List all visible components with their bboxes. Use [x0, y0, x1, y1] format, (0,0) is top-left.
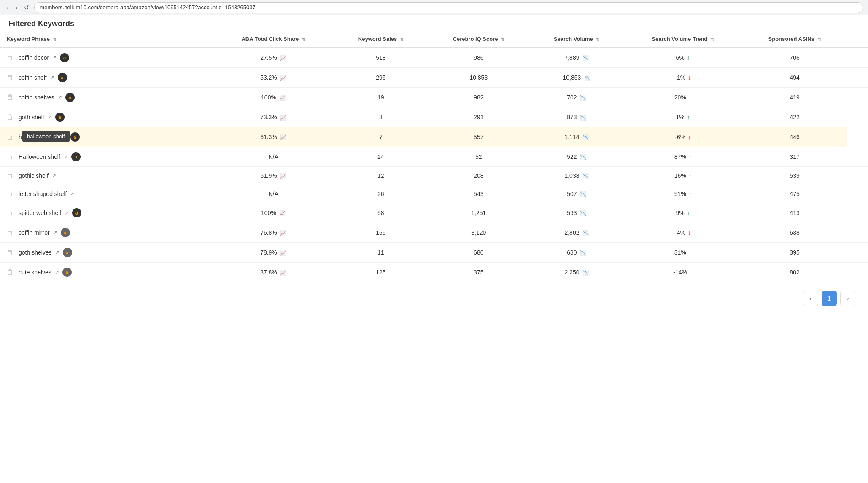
iq-cell-4: 557 [427, 127, 530, 147]
keywords-table: Keyword Phrase ⇅ ABA Total Click Share ⇅… [0, 31, 868, 282]
external-link-icon-11[interactable]: ↗ [55, 269, 59, 275]
delete-icon-2[interactable]: 🗑 [7, 94, 15, 101]
trend-arrow-1: ↓ [686, 74, 691, 81]
delete-icon-6[interactable]: 🗑 [7, 172, 15, 180]
aba-cell-2: 100% 📈 [213, 88, 334, 107]
back-button[interactable]: ‹ [5, 3, 11, 12]
sv-chart-icon-7[interactable]: 📉 [579, 191, 586, 197]
external-link-icon-8[interactable]: ↗ [65, 210, 69, 216]
keyword-cell-9: 🗑coffin mirror↗a [0, 223, 213, 243]
sv-chart-icon-5[interactable]: 📉 [579, 154, 586, 160]
forward-button[interactable]: › [14, 3, 19, 12]
amazon-badge-5[interactable]: a [71, 152, 81, 161]
amazon-badge-1[interactable]: a [58, 73, 67, 82]
delete-icon-9[interactable]: 🗑 [7, 229, 15, 236]
next-page-button[interactable]: › [840, 291, 855, 306]
trend-arrow-6: ↑ [687, 172, 692, 179]
amazon-badge-8[interactable]: a [72, 208, 81, 217]
delete-icon-8[interactable]: 🗑 [7, 209, 15, 217]
keyword-cell-0: 🗑coffin decor↗a [0, 48, 213, 68]
aba-chart-icon-9[interactable]: 📈 [279, 230, 286, 236]
col-sv-trend[interactable]: Search Volume Trend ⇅ [623, 31, 743, 48]
aba-chart-icon-0[interactable]: 📈 [279, 55, 286, 61]
external-link-icon-7[interactable]: ↗ [70, 191, 74, 197]
aba-cell-4: 61.3% 📈 [213, 127, 334, 147]
sv-chart-icon-1[interactable]: 📉 [582, 75, 590, 81]
aba-cell-11: 37.8% 📈 [213, 263, 334, 282]
sv-chart-icon-11[interactable]: 📉 [581, 270, 588, 276]
amazon-badge-2[interactable]: a [65, 93, 75, 102]
iq-cell-5: 52 [427, 147, 530, 167]
aba-chart-icon-2[interactable]: 📈 [278, 95, 286, 101]
keyword-text-0: coffin decor [19, 54, 49, 61]
delete-icon-3[interactable]: 🗑 [7, 113, 15, 121]
page-1-button[interactable]: 1 [822, 291, 837, 306]
delete-icon-0[interactable]: 🗑 [7, 54, 15, 62]
pagination: ‹ 1 › [0, 282, 868, 314]
sv-chart-icon-2[interactable]: 📉 [579, 95, 586, 101]
external-link-icon-4[interactable]: ↗ [63, 134, 67, 140]
delete-icon-4[interactable]: 🗑 [7, 133, 15, 141]
delete-icon-11[interactable]: 🗑 [7, 268, 15, 276]
aba-chart-icon-10[interactable]: 📈 [279, 250, 286, 256]
external-link-icon-1[interactable]: ↗ [50, 75, 54, 80]
external-link-icon-6[interactable]: ↗ [52, 173, 56, 179]
sales-cell-1: 295 [334, 68, 428, 88]
col-aba-click-share[interactable]: ABA Total Click Share ⇅ [213, 31, 334, 48]
amazon-badge-4[interactable]: a [70, 132, 80, 142]
sv-chart-icon-4[interactable]: 📉 [581, 134, 588, 140]
sv-chart-icon-6[interactable]: 📉 [581, 173, 588, 179]
external-link-icon-9[interactable]: ↗ [53, 230, 57, 236]
trend-arrow-0: ↑ [685, 54, 690, 61]
col-keyword[interactable]: Keyword Phrase ⇅ [0, 31, 213, 48]
url-bar[interactable] [34, 2, 863, 13]
delete-icon-10[interactable]: 🗑 [7, 249, 15, 256]
iq-cell-0: 986 [427, 48, 530, 68]
col-cerebro-iq[interactable]: Cerebro IQ Score ⇅ [427, 31, 530, 48]
sv-chart-icon-0[interactable]: 📉 [581, 55, 588, 61]
sort-sponsored-icon: ⇅ [818, 37, 821, 42]
sv-chart-icon-9[interactable]: 📉 [581, 230, 588, 236]
external-link-icon-0[interactable]: ↗ [52, 55, 57, 61]
aba-chart-icon-4[interactable]: 📈 [279, 134, 286, 140]
sv-chart-icon-10[interactable]: 📉 [579, 250, 586, 256]
amazon-badge-3[interactable]: a [55, 113, 65, 122]
keyword-cell-2: 🗑coffin shelves↗a [0, 88, 213, 107]
trend-arrow-4: ↓ [686, 134, 691, 140]
sv-chart-icon-8[interactable]: 📉 [579, 210, 586, 216]
reload-button[interactable]: ↺ [22, 3, 31, 12]
prev-page-button[interactable]: ‹ [803, 291, 818, 306]
external-link-icon-5[interactable]: ↗ [64, 154, 68, 160]
aba-chart-icon-6[interactable]: 📈 [279, 173, 286, 179]
col-search-volume[interactable]: Search Volume ⇅ [530, 31, 623, 48]
amazon-badge-9[interactable]: a [61, 228, 70, 237]
aba-chart-icon-11[interactable]: 📈 [279, 270, 286, 276]
external-link-icon-10[interactable]: ↗ [55, 250, 59, 255]
external-link-icon-3[interactable]: ↗ [48, 114, 52, 120]
col-keyword-sales[interactable]: Keyword Sales ⇅ [334, 31, 428, 48]
trend-cell-7: 51% ↑ [623, 185, 743, 203]
delete-icon-5[interactable]: 🗑 [7, 153, 15, 161]
col-sponsored-asins[interactable]: Sponsored ASINs ⇅ [743, 31, 847, 48]
aba-chart-icon-8[interactable]: 📈 [278, 210, 286, 216]
sv-cell-1: 10,853 📉 [530, 68, 623, 88]
sponsored-cell-6: 539 [743, 167, 847, 185]
external-link-icon-2[interactable]: ↗ [58, 94, 62, 100]
sponsored-cell-9: 638 [743, 223, 847, 243]
delete-icon-1[interactable]: 🗑 [7, 74, 15, 81]
aba-chart-icon-1[interactable]: 📈 [279, 75, 286, 81]
sponsored-cell-11: 802 [743, 263, 847, 282]
keyword-cell-4: 🗑halloween shelfhalloween shelf↗a [0, 127, 213, 147]
sv-chart-icon-3[interactable]: 📉 [579, 115, 586, 121]
aba-chart-icon-3[interactable]: 📈 [279, 115, 286, 121]
amazon-badge-10[interactable]: a [63, 248, 72, 257]
keyword-text-8: spider web shelf [19, 209, 61, 216]
keyword-cell-1: 🗑coffin shelf↗a [0, 68, 213, 88]
sales-cell-5: 24 [334, 147, 428, 167]
delete-icon-7[interactable]: 🗑 [7, 190, 15, 198]
amazon-badge-0[interactable]: a [60, 53, 69, 62]
aba-cell-1: 53.2% 📈 [213, 68, 334, 88]
sort-sales-icon: ⇅ [400, 37, 404, 42]
amazon-badge-11[interactable]: a [62, 268, 72, 277]
keyword-cell-10: 🗑goth shelves↗a [0, 243, 213, 263]
